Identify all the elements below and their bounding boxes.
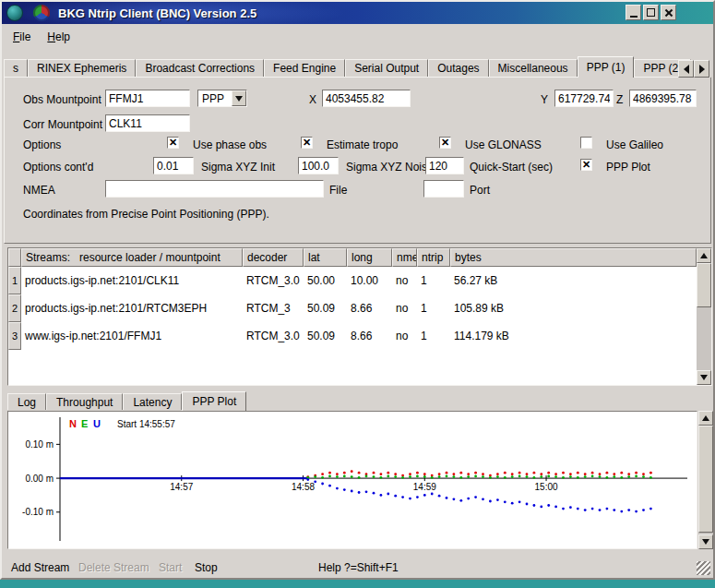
- window-menu-button[interactable]: [6, 5, 23, 21]
- scrollbar-track[interactable]: [698, 426, 713, 534]
- tab-miscellaneous[interactable]: Miscellaneous: [489, 59, 578, 77]
- window-maximize-button[interactable]: [643, 5, 659, 20]
- svg-text:14:58: 14:58: [292, 482, 315, 492]
- use-phase-obs-checkbox[interactable]: ✕: [167, 137, 179, 149]
- sigma-xyz-noise-input[interactable]: [298, 157, 339, 174]
- ppp-mode-select[interactable]: PPP: [197, 90, 247, 107]
- x-coordinate-input[interactable]: [322, 90, 411, 107]
- tab-throughput[interactable]: Throughput: [46, 393, 123, 410]
- tab-scroll-left-button[interactable]: [678, 60, 694, 78]
- row-number[interactable]: 3: [8, 322, 21, 350]
- header-decoder[interactable]: decoder: [243, 248, 304, 267]
- scroll-up-button[interactable]: [697, 248, 711, 263]
- tab-broadcast-corrections[interactable]: Broadcast Corrections: [136, 59, 264, 77]
- row-number[interactable]: 2: [8, 294, 21, 322]
- sigma-xyz-init-input[interactable]: [153, 157, 194, 174]
- svg-text:N: N: [69, 418, 77, 429]
- tab-rinex-ephemeris[interactable]: RINEX Ephemeris: [28, 59, 136, 77]
- stream-row-2[interactable]: 2 products.igs-ip.net:2101/RTCM3EPH RTCM…: [8, 294, 697, 322]
- tab-outages[interactable]: Outages: [428, 59, 488, 77]
- row-number[interactable]: 1: [8, 267, 21, 294]
- header-nmea[interactable]: nmea: [392, 248, 417, 267]
- resize-grip[interactable]: [697, 561, 710, 575]
- nmea-file-input[interactable]: [105, 180, 324, 198]
- window-minimize-button[interactable]: [626, 5, 641, 20]
- nmea-port-input[interactable]: [423, 180, 464, 198]
- header-mountpoint[interactable]: Streams: resource loader / mountpoint: [21, 248, 243, 267]
- table-scrollbar[interactable]: [697, 248, 711, 385]
- scroll-down-button[interactable]: [697, 370, 711, 385]
- cell-mountpoint: www.igs-ip.net:2101/FFMJ1: [21, 322, 243, 350]
- tab-truncated[interactable]: s: [4, 59, 28, 77]
- window-close-button[interactable]: [661, 5, 676, 20]
- quick-start-input[interactable]: [425, 157, 464, 174]
- corr-mountpoint-input[interactable]: [105, 114, 190, 132]
- ppp-plot-checkbox[interactable]: ✕: [580, 159, 592, 171]
- stop-button[interactable]: Stop: [195, 561, 218, 574]
- cell-long: 10.00: [347, 267, 392, 294]
- cell-bytes: 56.27 kB: [450, 267, 697, 294]
- streams-table-area: Streams: resource loader / mountpoint de…: [8, 248, 697, 385]
- bnc-window: BKG Ntrip Client (BNC) Version 2.5 File …: [0, 0, 715, 580]
- scrollbar-thumb[interactable]: [697, 263, 711, 307]
- cell-ntrip: 1: [417, 294, 450, 322]
- scrollbar-thumb[interactable]: [698, 426, 713, 533]
- sigma-xyz-noise-label: Sigma XYZ Noise: [346, 161, 434, 174]
- chevron-right-icon: [699, 65, 709, 74]
- nmea-file-label: File: [329, 184, 347, 197]
- tab-log[interactable]: Log: [7, 393, 46, 410]
- chevron-up-icon: [702, 412, 709, 421]
- scroll-up-button[interactable]: [698, 411, 713, 426]
- action-bar: Add Stream Delete Stream Start Stop Help…: [0, 556, 715, 578]
- cell-lat: 50.00: [304, 267, 347, 294]
- obs-mountpoint-input[interactable]: [105, 90, 190, 107]
- cell-nmea: no: [392, 322, 417, 350]
- tab-ppp-1[interactable]: PPP (1): [578, 56, 635, 78]
- z-coordinate-input[interactable]: [629, 90, 697, 107]
- header-ntrip[interactable]: ntrip: [417, 248, 450, 267]
- use-galileo-label: Use Galileo: [606, 138, 663, 151]
- add-stream-button[interactable]: Add Stream: [11, 561, 69, 574]
- tab-ppp-plot[interactable]: PPP Plot: [182, 391, 246, 411]
- panel-caption: Coordinates from Precise Point Positioni…: [23, 208, 269, 221]
- svg-text:0.10 m: 0.10 m: [25, 439, 54, 450]
- stream-row-1[interactable]: 1 products.igs-ip.net:2101/CLK11 RTCM_3.…: [8, 267, 697, 294]
- tab-latency[interactable]: Latency: [123, 393, 182, 410]
- obs-mountpoint-label: Obs Mountpoint: [23, 93, 101, 106]
- cell-long: 8.66: [347, 322, 392, 350]
- chevron-down-icon: [702, 539, 709, 548]
- cell-nmea: no: [392, 294, 417, 322]
- scrollbar-track[interactable]: [697, 263, 711, 370]
- stream-row-3[interactable]: 3 www.igs-ip.net:2101/FFMJ1 RTCM_3.0 50.…: [8, 322, 697, 350]
- ppp-plot-chart: 0.10 m0.00 m-0.10 m14:5714:5814:5915:00N…: [8, 412, 697, 548]
- chevron-left-icon: [679, 65, 689, 74]
- header-lat[interactable]: lat: [304, 248, 347, 267]
- bottom-tabbar: Log Throughput Latency PPP Plot: [7, 391, 246, 411]
- estimate-tropo-checkbox[interactable]: ✕: [301, 137, 313, 149]
- streams-table-header: Streams: resource loader / mountpoint de…: [8, 248, 697, 267]
- header-bytes[interactable]: bytes: [450, 248, 697, 267]
- sigma-xyz-init-label: Sigma XYZ Init: [201, 161, 275, 174]
- delete-stream-button[interactable]: Delete Stream: [78, 561, 149, 574]
- cell-ntrip: 1: [417, 267, 450, 294]
- window-title: BKG Ntrip Client (BNC) Version 2.5: [58, 6, 256, 20]
- cell-long: 8.66: [347, 294, 392, 322]
- x-label: X: [309, 93, 316, 106]
- tab-scroll-right-button[interactable]: [694, 60, 709, 78]
- tab-feed-engine[interactable]: Feed Engine: [264, 59, 345, 77]
- menu-file[interactable]: File: [13, 30, 30, 43]
- titlebar[interactable]: BKG Ntrip Client (BNC) Version 2.5: [2, 2, 713, 24]
- options-label: Options: [23, 138, 61, 151]
- menu-help[interactable]: Help: [47, 30, 70, 43]
- header-long[interactable]: long: [347, 248, 392, 267]
- y-coordinate-input[interactable]: [554, 90, 614, 107]
- scroll-down-button[interactable]: [698, 534, 713, 549]
- start-button[interactable]: Start: [159, 561, 182, 574]
- tab-serial-output[interactable]: Serial Output: [345, 59, 428, 77]
- use-galileo-checkbox[interactable]: [580, 137, 592, 149]
- ppp-plot-label: PPP Plot: [606, 161, 650, 174]
- chevron-up-icon: [700, 249, 708, 258]
- options-contd-label: Options cont'd: [23, 161, 93, 174]
- use-glonass-checkbox[interactable]: ✕: [439, 137, 451, 149]
- plot-scrollbar[interactable]: [698, 411, 713, 549]
